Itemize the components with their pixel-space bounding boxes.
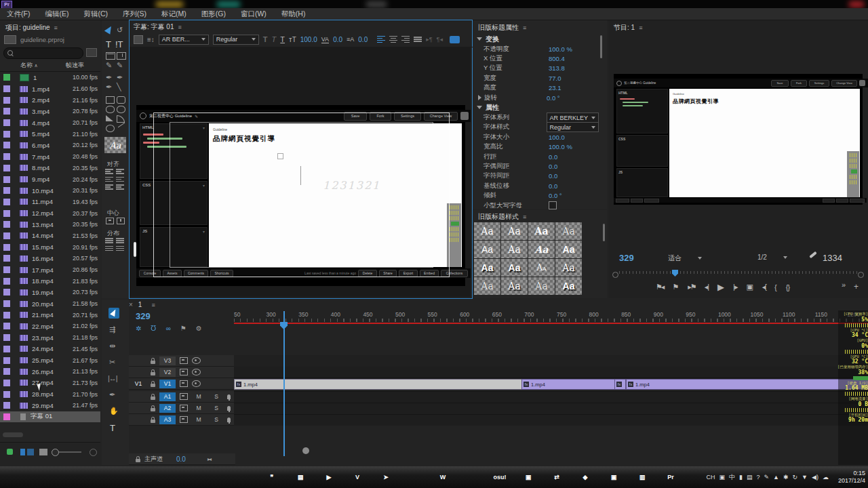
label-color-chip[interactable] <box>3 368 10 375</box>
style-swatch[interactable]: Aa <box>528 277 555 295</box>
project-item-row[interactable]: 4.mp4 20.71 fps <box>0 117 100 129</box>
tray-icon[interactable]: ✱ <box>783 474 789 481</box>
label-color-chip[interactable] <box>3 323 10 329</box>
line-tool[interactable] <box>118 123 125 128</box>
align-left-icon[interactable] <box>105 169 113 174</box>
center-vertical-icon[interactable] <box>117 218 125 224</box>
project-item-row[interactable]: 22.mp4 21.02 fps <box>0 321 100 332</box>
menu-item[interactable]: 编辑(E) <box>45 9 68 19</box>
label-color-chip[interactable] <box>3 266 10 273</box>
label-color-chip[interactable] <box>3 232 10 239</box>
fx-badge[interactable]: fx <box>524 382 529 387</box>
delete-anchor-tool[interactable]: ✒ <box>117 73 123 82</box>
pen-tool[interactable]: ✒ <box>106 73 112 82</box>
label-color-chip[interactable] <box>3 391 10 398</box>
panel-menu-icon[interactable]: ≡ <box>178 24 181 30</box>
project-item-row[interactable]: 7.mp4 20.48 fps <box>0 151 100 163</box>
selection-tool-active-bg[interactable] <box>108 308 119 319</box>
label-color-chip[interactable] <box>3 210 10 217</box>
taskbar-app-button[interactable] <box>90 468 113 486</box>
rectangle-tool[interactable] <box>106 96 115 104</box>
zoom-slider-knob[interactable] <box>52 449 59 456</box>
tray-icon[interactable]: ? <box>757 474 760 481</box>
voiceover-record-icon[interactable] <box>227 418 231 422</box>
label-color-chip[interactable] <box>3 334 10 341</box>
label-color-chip[interactable] <box>3 131 10 138</box>
property-value[interactable]: 0.0 ° <box>549 192 562 199</box>
font-style-dropdown[interactable]: Regular <box>213 35 259 45</box>
style-swatch[interactable]: Aa <box>555 277 582 295</box>
distribute-v-icon[interactable] <box>116 238 124 243</box>
arc-tool[interactable] <box>117 115 125 123</box>
insert-right-icon[interactable]: ¶◂ <box>437 36 443 43</box>
taskbar-app-button[interactable]: ◆ <box>574 468 597 486</box>
taskbar-app-button[interactable] <box>232 468 255 486</box>
label-color-chip[interactable] <box>3 221 10 228</box>
track-lock-icon[interactable] <box>151 361 155 364</box>
rounded-rect-tool[interactable] <box>117 96 125 104</box>
track-targeting-icon[interactable] <box>180 357 188 364</box>
project-item-row[interactable]: 1.mp4 21.60 fps <box>0 83 100 95</box>
go-to-in-icon[interactable]: ⚑◂ <box>656 283 663 291</box>
bold-button[interactable]: T <box>263 35 268 43</box>
timeline-timecode[interactable]: 329 <box>136 311 151 321</box>
panel-menu-icon[interactable]: ≡ <box>151 302 155 308</box>
tray-icon[interactable]: 中 <box>729 473 735 482</box>
style-swatch[interactable]: Aa <box>555 259 582 277</box>
project-writable-icon[interactable] <box>7 449 13 455</box>
style-swatch[interactable]: Aa <box>555 222 582 240</box>
tray-icon[interactable]: ↻ <box>793 474 798 481</box>
fx-badge[interactable]: fx <box>628 382 633 387</box>
taskbar-app-button[interactable]: W <box>431 468 454 486</box>
align-right-icon[interactable] <box>105 184 113 190</box>
label-color-chip[interactable] <box>3 187 10 194</box>
timeline-playhead-head[interactable] <box>280 322 288 329</box>
menu-item[interactable]: 标记(M) <box>161 9 186 19</box>
menu-item[interactable]: 剪辑(C) <box>83 9 108 19</box>
selection-handle[interactable] <box>277 153 283 159</box>
nest-sequence-icon[interactable]: ✲ <box>136 325 141 332</box>
title-properties-tab[interactable]: 旧版标题属性≡ <box>478 23 526 33</box>
label-color-chip[interactable] <box>3 97 10 104</box>
expander-icon[interactable] <box>478 95 481 100</box>
codepen-avatar[interactable] <box>460 112 469 120</box>
property-value[interactable]: 23.1 <box>549 84 561 92</box>
title-properties-icon[interactable] <box>134 35 143 44</box>
program-timecode[interactable]: 329 <box>619 253 634 263</box>
property-value[interactable]: 0.0 <box>549 163 557 170</box>
leading-value[interactable]: 0.0 <box>358 36 368 43</box>
timeline-scrollbar-handle[interactable] <box>302 447 309 454</box>
taskbar-app-button[interactable] <box>4 468 27 486</box>
panel-menu-icon[interactable]: ≡ <box>54 24 58 31</box>
project-item-row[interactable]: 10.mp4 20.31 fps <box>0 185 100 197</box>
menu-item[interactable]: 帮助(H) <box>281 9 306 19</box>
project-item-row[interactable]: 18.mp4 21.83 fps <box>0 275 100 287</box>
taskbar-app-button[interactable]: ⇄ <box>545 468 568 486</box>
insert-icon[interactable]: ◂{ <box>762 283 766 291</box>
style-swatch[interactable]: Aa <box>528 241 555 258</box>
tray-icon[interactable]: ▤ <box>747 474 753 481</box>
add-anchor-tool[interactable]: ✒ <box>106 83 112 92</box>
close-tab-icon[interactable]: × <box>129 301 133 308</box>
distribute-left-icon[interactable] <box>105 246 113 251</box>
timeline-ruler[interactable]: 5030035040045050055060065070075080085090… <box>234 311 868 323</box>
label-color-chip[interactable] <box>3 108 10 115</box>
font-size-value[interactable]: 100.0 <box>300 36 317 43</box>
mute-button[interactable]: M <box>192 405 205 411</box>
project-item-row[interactable]: 21.mp4 20.71 fps <box>0 309 100 321</box>
timeline-tab[interactable]: × 1 ≡ <box>129 301 155 308</box>
sequence-tab-label[interactable]: 1 <box>138 301 142 308</box>
label-color-chip[interactable] <box>3 176 10 183</box>
show-background-video-button[interactable] <box>450 36 460 43</box>
list-view-icon[interactable] <box>20 449 25 455</box>
property-value[interactable]: 800.4 <box>549 55 565 62</box>
hand-tool[interactable]: ✋ <box>109 407 119 415</box>
project-item-row[interactable]: 14.mp4 21.53 fps <box>0 230 100 242</box>
track-targeting-icon[interactable] <box>180 405 188 411</box>
slip-tool[interactable]: |↔| <box>108 374 117 382</box>
taskbar-app-button[interactable]: ▶ <box>317 468 340 486</box>
freeform-view-icon[interactable] <box>39 449 47 455</box>
transform-section-header[interactable]: 变换 <box>474 34 599 44</box>
style-swatch[interactable]: Aa <box>501 277 528 295</box>
track-name[interactable]: A1 <box>159 392 176 401</box>
